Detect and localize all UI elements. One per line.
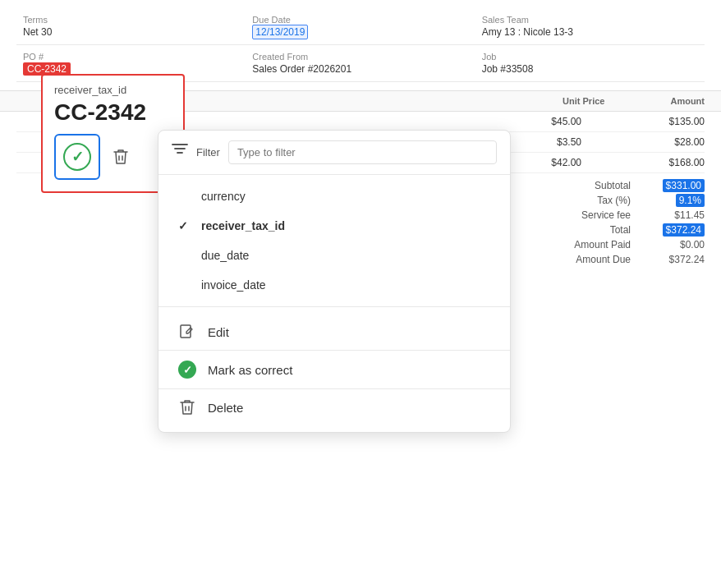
terms-cell: Terms Net 30 [16,13,246,39]
check-icon-receiver: ✓ [178,219,191,232]
edit-icon [178,324,196,340]
card-actions [54,134,172,180]
filter-bar: Filter [158,131,510,175]
mark-as-correct-action[interactable]: Mark as correct [158,351,510,388]
dropdown-menu: Filter currency ✓ receiver_tax_id due_da… [158,130,511,433]
created-from-cell: Created From Sales Order #2026201 [246,50,475,76]
subtotal-highlight: $331.00 [663,179,705,192]
due-date-value: 12/13/2019 [252,26,468,38]
total-value: $372.24 [647,224,705,236]
due-date-label: Due Date [252,15,468,25]
unit-price-1: $45.00 [524,116,581,127]
field-options-section: currency ✓ receiver_tax_id due_date invo… [158,175,510,307]
delete-icon [178,399,196,416]
green-check-circle-icon [178,361,196,379]
sales-team-label: Sales Team [482,15,698,25]
job-label: Job [482,52,698,62]
invoice-date-label: invoice_date [201,278,266,292]
total-highlight: $372.24 [663,223,705,237]
due-date-option-label: due_date [201,249,249,262]
unit-price-3: $42.00 [524,157,581,168]
created-from-value: Sales Order #2026201 [252,63,468,75]
terms-value: Net 30 [23,26,239,38]
invoice-row-1: Terms Net 30 Due Date 12/13/2019 Sales T… [16,8,705,45]
job-cell: Job Job #33508 [475,50,705,76]
sales-team-cell: Sales Team Amy 13 : Nicole 13-3 [475,13,705,39]
trash-icon [113,149,128,165]
po-cell: PO # CC-2342 [16,50,246,76]
due-date-highlight: 12/13/2019 [252,25,308,39]
amount-paid-value: $0.00 [647,239,705,250]
po-label: PO # [23,52,239,62]
amount-due-label: Amount Due [549,254,631,265]
summary-row-tax: Tax (%) 9.1% [549,195,705,206]
unit-price-header: Unit Price [563,96,604,106]
amount-3: $168.00 [647,157,705,168]
amount-paid-label: Amount Paid [549,239,631,250]
filter-icon [172,144,188,161]
tax-highlight: 9.1% [676,194,705,207]
receiver-tax-id-label: receiver_tax_id [201,219,285,232]
menu-item-currency[interactable]: currency [158,181,510,211]
summary-row-paid: Amount Paid $0.00 [549,239,705,250]
tax-value: 9.1% [647,195,705,206]
total-label: Total [549,224,631,236]
job-value: Job #33508 [482,63,698,75]
amount-1: $135.00 [647,116,705,127]
filter-label: Filter [196,146,220,158]
tax-field-name: receiver_tax_id [54,84,172,96]
subtotal-value: $331.00 [647,180,705,191]
subtotal-label: Subtotal [549,180,631,191]
service-fee-value: $11.45 [647,209,705,221]
delete-action[interactable]: Delete [158,389,510,425]
summary-row-service: Service fee $11.45 [549,209,705,221]
service-fee-label: Service fee [549,209,631,221]
filter-input[interactable] [228,140,497,164]
amount-due-value: $372.24 [647,254,705,265]
amount-2: $28.00 [647,136,705,148]
summary-row-total: Total $372.24 [549,224,705,236]
checkmark-circle-icon [63,143,91,171]
created-from-label: Created From [252,52,468,62]
po-value: CC-2342 [23,63,239,75]
menu-item-due-date[interactable]: due_date [158,241,510,270]
mark-correct-button[interactable] [54,134,100,180]
mark-correct-label: Mark as correct [208,363,292,377]
summary-row-subtotal: Subtotal $331.00 [549,180,705,191]
unit-price-2: $3.50 [524,136,581,148]
menu-item-receiver-tax-id[interactable]: ✓ receiver_tax_id [158,211,510,241]
terms-label: Terms [23,15,239,25]
menu-item-invoice-date[interactable]: invoice_date [158,270,510,300]
due-date-cell: Due Date 12/13/2019 [246,13,475,39]
currency-label: currency [201,190,246,203]
delete-card-button[interactable] [108,145,133,169]
amount-header: Amount [670,96,705,106]
delete-label: Delete [208,401,243,415]
mark-correct-icon [178,361,196,379]
sales-team-value: Amy 13 : Nicole 13-3 [482,26,698,38]
edit-action[interactable]: Edit [158,314,510,350]
actions-section: Edit Mark as correct Delete [158,307,510,432]
tax-field-value: CC-2342 [54,99,172,126]
tax-label: Tax (%) [549,195,631,206]
summary-row-due: Amount Due $372.24 [549,254,705,265]
svg-rect-0 [181,325,191,338]
edit-label: Edit [208,325,229,339]
